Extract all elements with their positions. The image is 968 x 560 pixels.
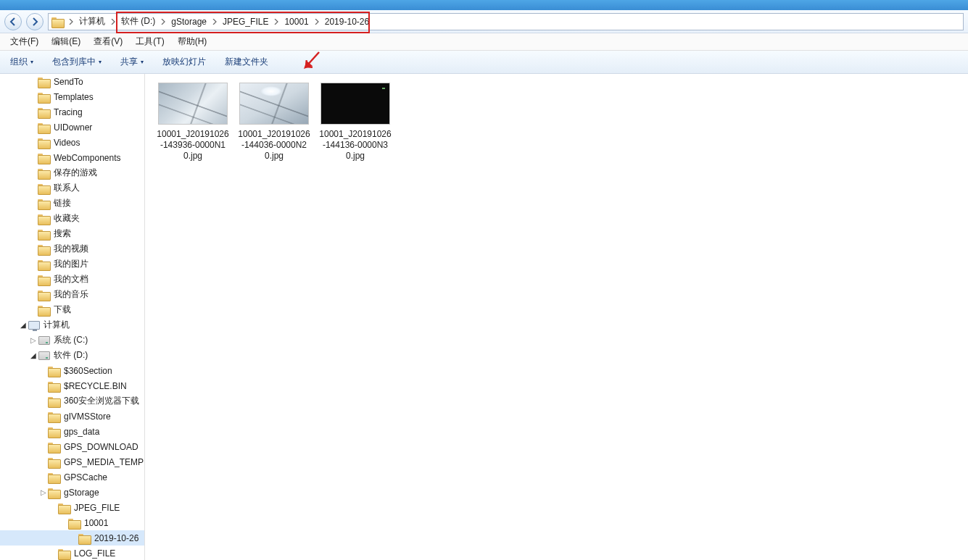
tree-item[interactable]: 保存的游戏: [0, 165, 144, 180]
tree-item[interactable]: $RECYCLE.BIN: [0, 378, 144, 393]
file-list-pane[interactable]: 10001_J20191026-143936-0000N10.jpg10001_…: [145, 74, 968, 560]
tree-item[interactable]: UIDowner: [0, 120, 144, 135]
folder-icon: [78, 532, 91, 544]
file-item[interactable]: 10001_J20191026-144036-0000N20.jpg: [238, 83, 310, 162]
chevron-down-icon: ▾: [141, 59, 144, 65]
include-label: 包含到库中: [52, 56, 96, 68]
forward-button[interactable]: [26, 13, 44, 30]
menu-view[interactable]: 查看(V): [88, 33, 128, 50]
tree-item[interactable]: GPS_DOWNLOAD: [0, 439, 144, 454]
tree-item[interactable]: LOG_FILE: [0, 546, 144, 560]
tree-item-label: JPEG_FILE: [74, 503, 120, 513]
breadcrumb-sep[interactable]: [109, 19, 117, 25]
folder-icon: [38, 91, 51, 103]
tree-item-label: gps_data: [64, 427, 99, 437]
tree-item-label: GPS_DOWNLOAD: [64, 442, 138, 452]
menu-tools[interactable]: 工具(T): [130, 33, 170, 50]
folder-icon: [48, 472, 61, 483]
tree-item-label: LOG_FILE: [74, 548, 115, 559]
folder-icon: [48, 426, 61, 438]
breadcrumb-sep[interactable]: [160, 19, 167, 25]
breadcrumb-sep[interactable]: [67, 19, 75, 25]
tree-item[interactable]: 搜索: [0, 226, 144, 241]
tree-item-label: 我的音乐: [54, 288, 88, 301]
tree-item-label: $RECYCLE.BIN: [64, 381, 127, 391]
menu-edit[interactable]: 编辑(E): [46, 33, 86, 50]
share-button[interactable]: 共享▾: [117, 54, 146, 70]
tree-item[interactable]: Tracing: [0, 104, 144, 120]
folder-icon: [38, 213, 51, 225]
tree-item[interactable]: GPS_MEDIA_TEMP: [0, 454, 144, 469]
breadcrumb-sep[interactable]: [273, 19, 280, 25]
tree-item[interactable]: SendTo: [0, 74, 144, 89]
breadcrumb-segment[interactable]: 10001: [280, 14, 313, 30]
tree-item[interactable]: WebComponents: [0, 150, 144, 165]
tree-item[interactable]: 联系人: [0, 180, 144, 196]
folder-icon: [38, 304, 51, 316]
tree-item-label: Templates: [54, 92, 94, 102]
file-thumbnail: [158, 83, 228, 125]
tree-item[interactable]: Videos: [0, 135, 144, 150]
expander-icon[interactable]: ▷: [29, 336, 38, 344]
expander-icon[interactable]: ◢: [29, 351, 38, 359]
tree-item[interactable]: 链接: [0, 196, 144, 211]
expander-icon[interactable]: ◢: [19, 321, 28, 329]
folder-icon: [38, 122, 51, 133]
tree-item-label: 360安全浏览器下载: [64, 395, 139, 407]
breadcrumb-sep[interactable]: [211, 19, 218, 25]
tree-item-label: 我的文档: [54, 273, 88, 285]
navigation-tree[interactable]: SendToTemplatesTracingUIDownerVideosWebC…: [0, 74, 145, 560]
slideshow-label: 放映幻灯片: [162, 56, 206, 68]
tree-item[interactable]: 360安全浏览器下载: [0, 393, 144, 409]
tree-item[interactable]: gps_data: [0, 424, 144, 439]
breadcrumb-segment[interactable]: 软件 (D:): [117, 14, 160, 30]
folder-icon: [48, 487, 61, 498]
breadcrumb-sep[interactable]: [313, 19, 320, 25]
tree-item[interactable]: 下载: [0, 302, 144, 317]
tree-item[interactable]: GPSCache: [0, 469, 144, 485]
tree-item[interactable]: ◢软件 (D:): [0, 348, 144, 363]
file-item[interactable]: 10001_J20191026-143936-0000N10.jpg: [157, 83, 229, 162]
file-thumbnail: [320, 83, 390, 125]
folder-icon: [58, 548, 71, 559]
breadcrumb-segment[interactable]: 2019-10-26: [320, 14, 373, 30]
breadcrumb-segment[interactable]: gStorage: [167, 14, 211, 30]
monitor-icon: [28, 319, 41, 331]
tree-item[interactable]: 我的音乐: [0, 287, 144, 302]
include-in-library-button[interactable]: 包含到库中▾: [49, 54, 104, 70]
tree-item[interactable]: gIVMSStore: [0, 409, 144, 424]
tree-item[interactable]: 2019-10-26: [0, 530, 144, 546]
tree-item[interactable]: 我的图片: [0, 256, 144, 272]
tree-item[interactable]: JPEG_FILE: [0, 500, 144, 515]
chevron-down-icon: ▾: [30, 59, 33, 65]
drive-icon: [38, 350, 51, 362]
tree-item[interactable]: $360Section: [0, 363, 144, 378]
tree-item[interactable]: ◢计算机: [0, 317, 144, 333]
folder-icon: [48, 411, 61, 422]
tree-item[interactable]: 我的视频: [0, 241, 144, 256]
tree-item[interactable]: 收藏夹: [0, 211, 144, 226]
new-folder-button[interactable]: 新建文件夹: [222, 54, 271, 70]
expander-icon[interactable]: ▷: [39, 488, 48, 496]
tree-item[interactable]: ▷gStorage: [0, 485, 144, 500]
menu-help[interactable]: 帮助(H): [172, 33, 213, 50]
tree-item-label: 联系人: [54, 182, 80, 194]
slideshow-button[interactable]: 放映幻灯片: [160, 54, 209, 70]
breadcrumb-segment[interactable]: JPEG_FILE: [218, 14, 273, 30]
menu-file[interactable]: 文件(F): [4, 33, 44, 50]
organize-button[interactable]: 组织▾: [7, 54, 36, 70]
breadcrumb-segment[interactable]: 计算机: [75, 14, 109, 30]
address-bar[interactable]: 计算机软件 (D:)gStorageJPEG_FILE100012019-10-…: [48, 13, 964, 30]
tree-item[interactable]: Templates: [0, 89, 144, 104]
tree-item[interactable]: 我的文档: [0, 272, 144, 287]
tree-item[interactable]: ▷系统 (C:): [0, 333, 144, 348]
file-item[interactable]: 10001_J20191026-144136-0000N30.jpg: [319, 83, 392, 162]
file-name-label: 10001_J20191026-144136-0000N30.jpg: [319, 129, 392, 162]
folder-icon: [48, 365, 61, 377]
file-thumbnail: [239, 83, 309, 125]
tree-item-label: 我的图片: [54, 258, 88, 270]
tree-item-label: 系统 (C:): [54, 334, 88, 346]
tree-item[interactable]: 10001: [0, 515, 144, 530]
tree-item-label: Videos: [54, 138, 80, 148]
back-button[interactable]: [4, 13, 22, 30]
